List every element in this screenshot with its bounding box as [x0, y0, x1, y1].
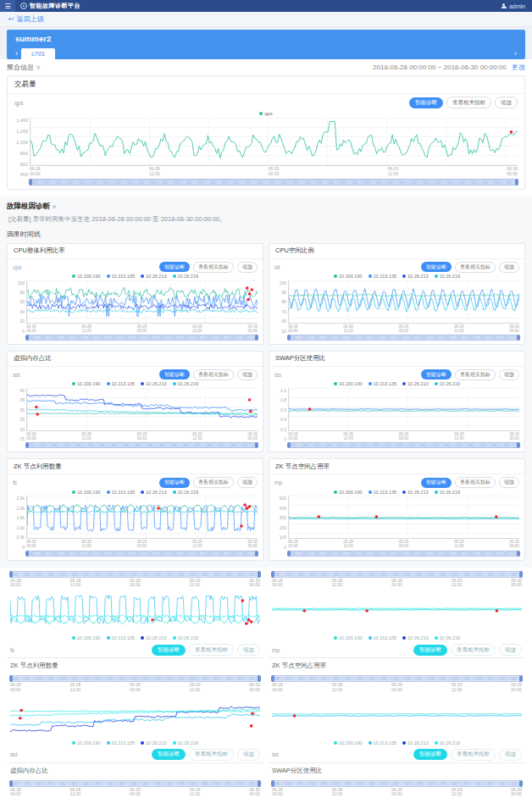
- legend-item[interactable]: 10.26.213: [402, 490, 428, 495]
- zoom-button[interactable]: 缩放: [499, 749, 522, 761]
- related-metrics-button[interactable]: 查看相关指标: [193, 369, 234, 380]
- tab-prev-icon[interactable]: ‹: [12, 49, 21, 59]
- legend-item[interactable]: 10.213.135: [369, 635, 397, 640]
- diagnose-button[interactable]: 智能诊断: [159, 262, 190, 272]
- legend-item[interactable]: qps: [259, 111, 273, 116]
- tab-next-icon[interactable]: ›: [511, 49, 520, 59]
- legend-item[interactable]: 10.26.219: [173, 490, 198, 495]
- legend-item[interactable]: 10.26.219: [173, 381, 198, 386]
- legend-item[interactable]: 10.26.219: [435, 490, 460, 495]
- legend-item[interactable]: 10.26.213: [141, 381, 166, 386]
- diagnose-button[interactable]: 智能诊断: [159, 478, 190, 488]
- panel-plot[interactable]: [288, 280, 519, 324]
- menu-icon[interactable]: ☰: [0, 0, 15, 12]
- panel-plot[interactable]: [26, 280, 258, 324]
- datazoom-brush[interactable]: [288, 335, 519, 341]
- legend-item[interactable]: 10.213.135: [107, 274, 136, 279]
- zoom-button[interactable]: 缩放: [237, 644, 260, 656]
- related-metrics-button[interactable]: 查看相关指标: [446, 97, 491, 108]
- datazoom-brush[interactable]: [272, 571, 522, 578]
- legend-item[interactable]: 10.200.190: [334, 274, 363, 279]
- related-metrics-button[interactable]: 查看相关指标: [189, 749, 234, 761]
- panel-plot[interactable]: [10, 693, 260, 739]
- legend-item[interactable]: 10.26.213: [141, 635, 166, 640]
- legend-item[interactable]: 10.26.219: [173, 740, 198, 745]
- legend-item[interactable]: 10.200.190: [334, 490, 363, 495]
- legend-item[interactable]: 10.26.219: [173, 635, 198, 640]
- related-metrics-button[interactable]: 查看相关指标: [193, 262, 234, 273]
- zoom-button[interactable]: 缩放: [495, 97, 518, 108]
- diagnose-button[interactable]: 智能诊断: [421, 478, 452, 488]
- legend-item[interactable]: 10.26.219: [435, 381, 460, 386]
- legend-item[interactable]: 10.213.135: [107, 635, 136, 640]
- aggregate-info-toggle[interactable]: 聚合信息 ∨: [7, 63, 41, 72]
- legend-item[interactable]: 10.26.219: [173, 274, 198, 279]
- legend-item[interactable]: 10.26.219: [435, 740, 460, 745]
- diagnose-button[interactable]: 智能诊断: [421, 262, 452, 272]
- legend-item[interactable]: 10.200.190: [72, 635, 101, 640]
- legend-item[interactable]: 10.213.135: [107, 740, 136, 745]
- legend-item[interactable]: 10.26.213: [402, 381, 428, 386]
- datazoom-brush[interactable]: [288, 442, 519, 448]
- related-metrics-button[interactable]: 查看相关指标: [451, 749, 496, 761]
- legend-item[interactable]: 10.26.213: [141, 490, 166, 495]
- legend-item[interactable]: 10.213.135: [369, 381, 397, 386]
- legend-item[interactable]: 10.26.213: [141, 274, 166, 279]
- datazoom-brush[interactable]: [10, 571, 260, 578]
- main-plot[interactable]: [30, 118, 518, 166]
- panel-plot[interactable]: [272, 693, 522, 739]
- diagnose-button[interactable]: 智能诊断: [421, 369, 452, 380]
- related-metrics-button[interactable]: 查看相关指标: [189, 644, 234, 656]
- zoom-button[interactable]: 缩放: [499, 477, 519, 488]
- diagnose-button[interactable]: 智能诊断: [152, 645, 186, 656]
- panel-plot[interactable]: [26, 388, 258, 431]
- panel-plot[interactable]: [26, 496, 258, 539]
- zoom-button[interactable]: 缩放: [237, 477, 258, 488]
- legend-item[interactable]: 10.26.219: [435, 635, 460, 640]
- datazoom-brush[interactable]: [26, 551, 258, 557]
- legend-item[interactable]: 10.213.135: [107, 381, 136, 386]
- zoom-button[interactable]: 缩放: [237, 369, 258, 380]
- datazoom-brush[interactable]: [288, 551, 519, 557]
- legend-item[interactable]: 10.26.213: [141, 740, 166, 745]
- datazoom-brush[interactable]: [10, 780, 260, 787]
- related-metrics-button[interactable]: 查看相关指标: [455, 369, 496, 380]
- datazoom-brush[interactable]: [272, 675, 522, 682]
- legend-item[interactable]: 10.200.190: [72, 381, 101, 386]
- tab-active[interactable]: c701: [21, 48, 55, 59]
- related-metrics-button[interactable]: 查看相关指标: [193, 477, 234, 488]
- diagnose-button[interactable]: 智能诊断: [159, 369, 190, 380]
- user-menu[interactable]: admin: [502, 3, 525, 9]
- diagnose-button[interactable]: 智能诊断: [413, 645, 447, 656]
- datazoom-brush[interactable]: [26, 442, 258, 448]
- diagnose-button[interactable]: 智能诊断: [409, 97, 443, 108]
- panel-plot[interactable]: [288, 496, 519, 539]
- zoom-button[interactable]: 缩放: [499, 644, 522, 656]
- legend-item[interactable]: 10.200.190: [334, 740, 363, 745]
- diagnosis-title[interactable]: 故障根因诊断 ∧: [7, 202, 525, 212]
- datazoom-brush[interactable]: [26, 335, 258, 341]
- related-metrics-button[interactable]: 查看相关指标: [455, 262, 496, 273]
- datazoom-brush[interactable]: [30, 179, 518, 186]
- legend-item[interactable]: 10.200.190: [334, 381, 363, 386]
- panel-plot[interactable]: [272, 588, 522, 634]
- legend-item[interactable]: 10.200.190: [334, 635, 363, 640]
- zoom-button[interactable]: 缩放: [237, 262, 258, 273]
- legend-item[interactable]: 10.200.190: [72, 274, 101, 279]
- panel-plot[interactable]: [288, 388, 519, 431]
- zoom-button[interactable]: 缩放: [499, 262, 519, 273]
- legend-item[interactable]: 10.213.135: [369, 490, 397, 495]
- legend-item[interactable]: 10.200.190: [72, 740, 101, 745]
- zoom-button[interactable]: 缩放: [237, 749, 260, 761]
- legend-item[interactable]: 10.26.219: [435, 274, 460, 279]
- diagnose-button[interactable]: 智能诊断: [152, 749, 186, 760]
- diagnose-button[interactable]: 智能诊断: [413, 749, 447, 760]
- legend-item[interactable]: 10.200.190: [72, 490, 101, 495]
- datazoom-brush[interactable]: [10, 675, 260, 682]
- back-link[interactable]: ↩ 返回上级: [8, 14, 44, 24]
- related-metrics-button[interactable]: 查看相关指标: [451, 644, 496, 656]
- legend-item[interactable]: 10.213.135: [107, 490, 136, 495]
- zoom-button[interactable]: 缩放: [499, 369, 519, 380]
- change-range-link[interactable]: 更改: [512, 64, 525, 71]
- legend-item[interactable]: 10.26.213: [402, 274, 428, 279]
